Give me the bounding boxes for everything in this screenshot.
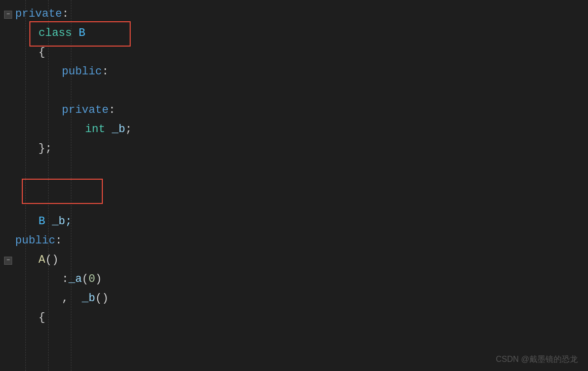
code-line-14: , _b() — [15, 290, 588, 309]
code-line-12: − A() — [15, 251, 588, 270]
code-editor: − private: class B { public: private: in… — [0, 0, 588, 371]
code-line-5 — [15, 82, 588, 101]
type-b: B — [38, 213, 45, 230]
keyword-int: int — [85, 120, 105, 138]
code-line-15: { — [15, 309, 588, 328]
init-a: _a — [68, 270, 82, 288]
keyword-public-outer: public — [15, 232, 55, 250]
code-line-6: private: — [15, 101, 588, 120]
code-line-13: :_a(0) — [15, 270, 588, 290]
member-b: _b; — [45, 213, 72, 230]
init-b: _b — [82, 290, 95, 307]
code-line-10: B _b; — [15, 213, 588, 232]
code-line-4: public: — [15, 63, 588, 82]
keyword-public-inner: public — [62, 63, 102, 80]
watermark: CSDN @戴墨镜的恐龙 — [496, 353, 578, 366]
code-line-2: class B — [15, 24, 588, 44]
value-zero: 0 — [89, 270, 95, 288]
code-line-1: − private: — [15, 5, 588, 24]
keyword-private: private — [15, 5, 62, 23]
fold-icon-12[interactable]: − — [4, 257, 12, 265]
fold-icon-1[interactable]: − — [4, 11, 12, 19]
code-line-9 — [15, 159, 588, 213]
code-line-7: int _b; — [15, 120, 588, 140]
code-line-3: { — [15, 44, 588, 63]
class-name-b: B — [79, 24, 85, 42]
code-line-11: public: — [15, 232, 588, 251]
var-b: _b — [112, 120, 125, 138]
constructor-a: A — [38, 251, 45, 269]
keyword-private-inner: private — [62, 101, 108, 119]
code-line-8: }; — [15, 140, 588, 159]
keyword-class: class — [38, 24, 79, 42]
